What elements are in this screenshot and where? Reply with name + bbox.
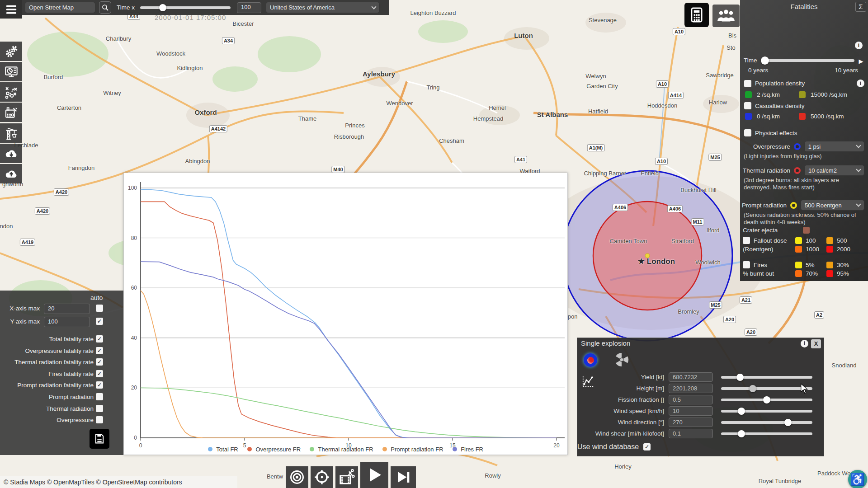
road-shield: A21 [740,296,752,304]
info-icon[interactable]: i [855,42,863,49]
legend-item[interactable]: Total FR [208,446,238,453]
axis-max-input[interactable]: 20 [44,304,90,314]
effect-label: Prompt radiation [742,202,787,209]
parameter-value[interactable]: 2201.208 [669,384,713,393]
series-toggle-checkbox[interactable]: ✓ [96,358,103,366]
sidebar-tool-cloud-download[interactable] [0,144,22,163]
map-style-select[interactable]: Open Street Map [25,2,95,13]
parameter-value[interactable]: 10 [669,406,713,416]
svg-text:100: 100 [128,185,137,191]
parameter-slider-handle[interactable] [749,385,756,392]
parameter-slider[interactable] [721,421,812,424]
time-multiplier-value[interactable]: 100 [237,2,261,13]
main-menu-button[interactable] [0,0,22,19]
swatch-label: 2 /sq.km [757,91,780,98]
road-shield: A20 [723,316,736,323]
accessibility-button[interactable]: ♿ [848,470,867,488]
parameter-value[interactable]: 680.7232 [669,372,713,382]
chevron-down-icon [856,202,861,206]
series-toggle-checkbox[interactable] [96,405,103,412]
road-shield: M25 [708,154,722,161]
bullseye-icon [289,469,305,485]
time-multiplier-slider[interactable] [140,6,231,9]
road-shield: A20 [745,328,757,336]
effect-threshold-select[interactable]: 500 Roentgen [801,200,864,211]
sidebar-tool-charts-monitor[interactable] [0,62,22,81]
axis-max-input[interactable]: 100 [44,317,90,327]
road-shield: A10 [655,158,668,165]
svg-text:20: 20 [131,385,137,391]
detonation-point[interactable] [645,253,650,258]
group-label: Fires [754,262,792,268]
svg-text:80: 80 [131,235,137,241]
svg-text:0: 0 [134,435,137,441]
parameter-slider-handle[interactable] [738,430,745,437]
radiation-icon[interactable] [613,352,630,368]
physical-effects-checkbox[interactable] [744,129,751,136]
parameter-slider-handle[interactable] [784,419,792,426]
crosshair-button[interactable] [311,466,333,488]
info-icon[interactable]: i [857,80,864,87]
legend-item[interactable]: Thermal radiation FR [310,446,373,453]
fatalities-time-slider[interactable] [761,59,855,62]
legend-item[interactable]: Prompt radiation FR [382,446,443,453]
map-attribution[interactable]: © Stadia Maps © OpenMapTiles © OpenStree… [0,476,237,488]
play-time-button[interactable]: ▶ [856,56,866,66]
legend-dot [208,447,212,451]
parameter-slider[interactable] [721,410,812,413]
use-wind-database-checkbox[interactable]: ✓ [643,443,651,450]
parameter-slider[interactable] [721,376,812,379]
effect-threshold-select[interactable]: 10 cal/cm2 [804,165,864,176]
series-toggle-checkbox[interactable]: ✓ [96,335,103,343]
parameter-slider-handle[interactable] [736,374,744,381]
population-density-checkbox[interactable] [744,80,751,87]
series-toggle-checkbox[interactable]: ✓ [96,370,103,377]
sum-button[interactable]: Σ [855,2,866,12]
fires-checkbox[interactable] [743,261,750,268]
skip-to-end-button[interactable] [391,466,416,488]
series-toggle-checkbox[interactable]: ✓ [96,347,103,354]
detonation-target-icon[interactable] [584,353,597,367]
calculator-tool-button[interactable] [684,3,709,27]
sidebar-tool-cloud-upload[interactable] [0,164,22,183]
search-icon [101,4,109,12]
series-toggle-checkbox[interactable] [96,416,103,423]
time-multiplier-slider-handle[interactable] [159,4,166,11]
play-button[interactable] [360,462,388,488]
fallout-dose-checkbox[interactable] [743,237,750,244]
settings-gears-icon [4,44,19,59]
parameter-slider[interactable] [721,387,812,390]
search-button[interactable] [99,1,111,14]
parameter-slider-handle[interactable] [763,396,770,404]
series-toggle-checkbox[interactable] [96,393,103,400]
bullseye-button[interactable] [286,466,308,488]
axis-auto-checkbox[interactable]: ✓ [96,318,103,325]
parameter-value[interactable]: 0.5 [669,395,713,404]
casualties-density-checkbox[interactable] [744,102,751,109]
country-select[interactable]: United States of America [266,2,380,13]
sidebar-tool-strategy[interactable] [0,82,22,102]
swatch-label: 5000 /sq.km [811,113,844,120]
use-wind-database-label: Use wind database [577,443,639,451]
legend-item[interactable]: Fires FR [453,446,483,453]
parameter-value[interactable]: 270 [669,418,713,427]
effect-label: Overpressure [753,143,790,150]
parameter-slider[interactable] [721,432,812,435]
parameter-value[interactable]: 0.1 [669,429,713,438]
fatalities-time-slider-handle[interactable] [761,56,769,65]
parameter-slider[interactable] [721,399,812,401]
sidebar-tool-contract-fax[interactable] [0,103,22,122]
video-cut-button[interactable] [335,466,358,488]
legend-item[interactable]: Overpressure FR [247,446,301,453]
series-toggle-checkbox[interactable]: ✓ [96,381,103,389]
group-label2: % burnt out [743,270,792,277]
info-icon[interactable]: i [801,340,808,347]
sidebar-tool-settings-gears[interactable] [0,42,22,61]
axis-auto-checkbox[interactable] [96,305,103,312]
close-button[interactable]: X [811,339,821,348]
save-chart-button[interactable] [90,429,109,449]
population-tool-button[interactable] [712,5,740,27]
effect-threshold-select[interactable]: 1 psi [804,141,864,152]
sidebar-tool-crane[interactable] [0,123,22,143]
parameter-slider-handle[interactable] [738,408,745,415]
